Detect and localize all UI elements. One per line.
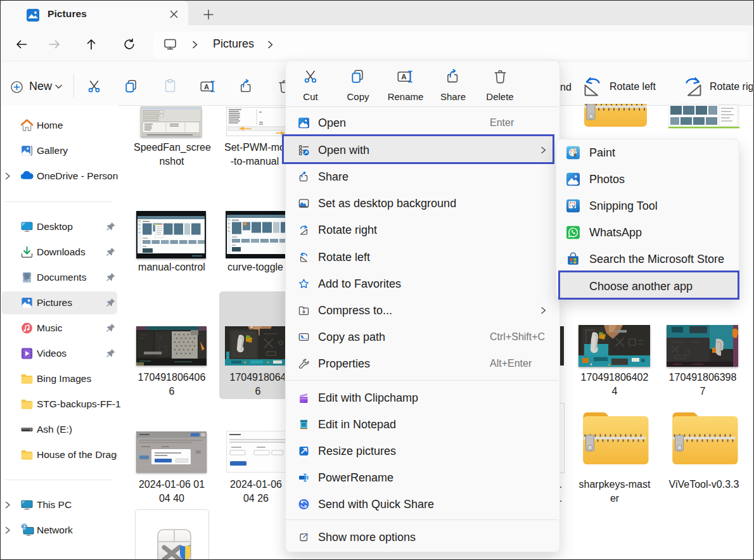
svg-text:A: A [204, 83, 209, 91]
svg-text:A: A [401, 73, 406, 80]
